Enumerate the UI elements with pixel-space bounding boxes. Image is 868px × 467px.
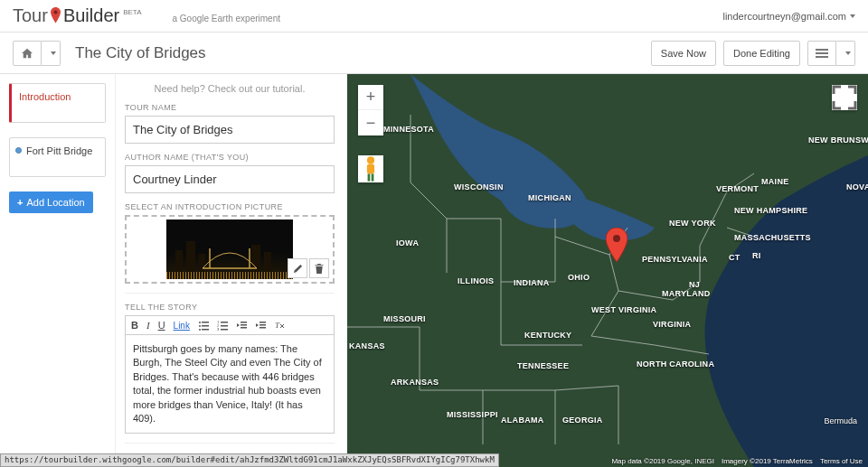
svg-rect-15	[221, 329, 228, 331]
italic-button[interactable]: I	[146, 320, 150, 331]
menu-dropdown-button[interactable]	[836, 41, 855, 66]
author-label: AUTHOR NAME (THAT'S YOU)	[125, 153, 335, 162]
map-state-label: NEW YORK	[669, 219, 716, 228]
link-button[interactable]: Link	[174, 321, 190, 331]
menu-split-button	[807, 41, 855, 66]
story-textarea[interactable]: Pittsburgh goes by many names: The Burgh…	[125, 335, 335, 434]
brand-logo[interactable]: Tour Builder BETA	[13, 5, 141, 26]
sidebar-item-introduction[interactable]: Introduction	[9, 83, 106, 123]
location-dot-icon	[15, 147, 22, 154]
location-sidebar: Introduction Fort Pitt Bridge + Add Loca…	[0, 74, 116, 467]
svg-rect-5	[202, 322, 209, 323]
svg-text:T: T	[275, 321, 280, 330]
svg-rect-20	[259, 324, 266, 326]
tour-name-input[interactable]	[125, 116, 335, 144]
map-state-label: KENTUCKY	[524, 331, 571, 340]
svg-point-0	[53, 11, 57, 14]
user-menu[interactable]: lindercourtneyn@gmail.com	[722, 11, 855, 22]
delete-picture-button[interactable]	[309, 258, 329, 278]
svg-rect-19	[259, 322, 266, 323]
map-state-label: PENNSYLVANIA	[642, 255, 708, 264]
pin-icon	[51, 7, 61, 23]
menu-button[interactable]	[807, 41, 836, 66]
pegman-button[interactable]	[358, 155, 383, 182]
sidebar-item-location[interactable]: Fort Pitt Bridge	[9, 137, 106, 177]
zoom-out-button[interactable]: −	[358, 110, 383, 135]
map-state-label: MAINE	[761, 177, 789, 186]
add-location-button[interactable]: + Add Location	[9, 191, 93, 213]
list-bulleted-icon[interactable]	[198, 320, 209, 331]
map-state-label: NJ	[689, 280, 700, 289]
brand-tour-text: Tour	[13, 5, 48, 26]
brand-tagline: a Google Earth experiment	[172, 14, 280, 23]
svg-rect-11	[221, 322, 228, 323]
svg-rect-27	[367, 164, 374, 174]
map-state-label: MICHIGAN	[528, 193, 571, 202]
map-state-label: MASSACHUSETTS	[734, 233, 811, 242]
home-button[interactable]	[13, 41, 42, 66]
caret-down-icon	[845, 51, 851, 55]
editor-panel: Need help? Check out our tutorial. TOUR …	[116, 74, 347, 467]
svg-rect-29	[372, 173, 374, 181]
map-state-label: RI	[752, 251, 761, 260]
bold-button[interactable]: B	[131, 320, 138, 331]
map-state-label: MISSOURI	[383, 314, 426, 323]
author-input[interactable]	[125, 165, 335, 193]
brand-builder-text: Builder	[63, 5, 119, 26]
map-state-label: ARKANSAS	[391, 378, 439, 387]
intro-picture-thumbnail	[166, 219, 293, 279]
toolbar: The City of Bridges Save Now Done Editin…	[0, 33, 868, 74]
map-state-label: KANSAS	[349, 341, 385, 350]
svg-rect-28	[368, 173, 371, 181]
picture-label: SELECT AN INTRODUCTION PICTURE	[125, 202, 335, 211]
indent-icon[interactable]	[255, 320, 266, 331]
pegman-icon	[358, 155, 383, 182]
svg-point-26	[367, 156, 374, 163]
map-attribution: Map data ©2019 Google, INEGI Imagery ©20…	[611, 457, 863, 465]
map-canvas[interactable]: MINNESOTAWISCONSINMICHIGANIOWAILLINOISIN…	[347, 74, 868, 467]
underline-button[interactable]: U	[158, 320, 165, 331]
map-state-label: NORTH CAROLINA	[637, 360, 714, 369]
help-link[interactable]: Need help? Check out our tutorial.	[125, 83, 335, 94]
status-bar-url: https://tourbuilder.withgoogle.com/build…	[0, 453, 499, 467]
fullscreen-button[interactable]	[832, 85, 857, 110]
outdent-icon[interactable]	[236, 320, 247, 331]
home-dropdown-button[interactable]	[42, 41, 61, 66]
caret-down-icon	[850, 14, 855, 18]
map-state-label: TENNESSEE	[517, 361, 569, 370]
zoom-in-button[interactable]: +	[358, 85, 383, 110]
map-bermuda-label: Bermuda	[824, 416, 857, 425]
clear-format-icon[interactable]: T	[274, 320, 285, 331]
list-numbered-icon[interactable]: 123	[217, 320, 228, 331]
caret-down-icon	[51, 51, 56, 55]
save-button[interactable]: Save Now	[651, 41, 716, 66]
svg-rect-17	[241, 324, 247, 326]
edit-picture-button[interactable]	[288, 258, 307, 278]
map-state-label: MINNESOTA	[383, 125, 434, 134]
story-label: TELL THE STORY	[125, 303, 335, 312]
sidebar-item-label: Introduction	[19, 91, 71, 102]
trash-icon	[315, 264, 324, 274]
map-state-label: NOVA S	[846, 182, 868, 191]
map-imagery-text: Imagery ©2019 TerraMetrics	[722, 457, 813, 465]
svg-point-8	[199, 329, 201, 331]
map-state-label: IOWA	[396, 238, 419, 248]
svg-point-6	[199, 325, 201, 327]
map-state-label: GEORGIA	[562, 416, 603, 425]
app-header: Tour Builder BETA a Google Earth experim…	[0, 0, 868, 33]
picture-dropzone[interactable]	[125, 215, 335, 284]
svg-text:3: 3	[217, 327, 220, 331]
map-state-label: VIRGINIA	[653, 320, 691, 329]
map-state-label: OHIO	[568, 273, 590, 282]
done-editing-button[interactable]: Done Editing	[723, 41, 800, 66]
map-state-label: INDIANA	[514, 278, 550, 287]
svg-rect-7	[202, 325, 209, 327]
brand-beta-text: BETA	[123, 8, 141, 16]
map-pin-marker[interactable]	[606, 228, 627, 262]
richtext-toolbar: B I U Link 123 T	[125, 315, 335, 335]
map-terms-link[interactable]: Terms of Use	[820, 457, 863, 465]
svg-rect-16	[241, 322, 247, 323]
fullscreen-icon	[832, 85, 857, 110]
zoom-controls: + −	[358, 85, 383, 135]
svg-point-4	[199, 322, 201, 323]
